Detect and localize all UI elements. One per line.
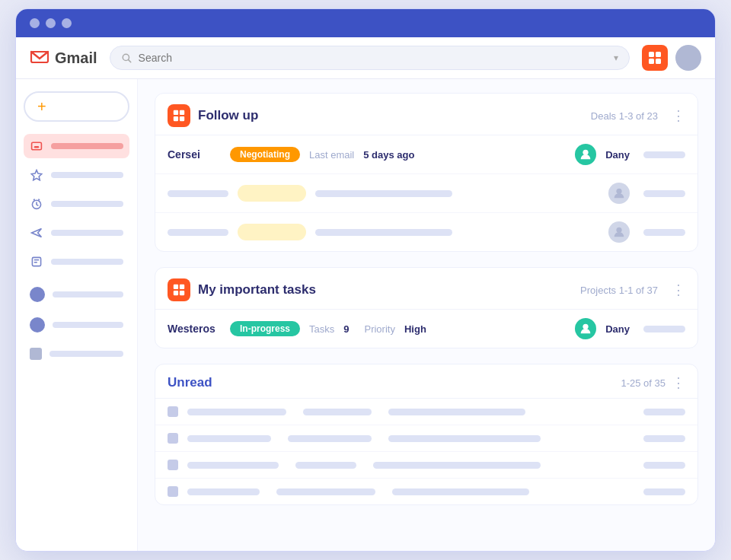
project-name-westeros: Westeros	[168, 323, 221, 335]
grid-small-icon	[172, 109, 186, 123]
grid-view-button[interactable]	[642, 45, 668, 71]
svg-rect-3	[649, 52, 654, 57]
sidebar-item-snoozed-label	[51, 201, 123, 207]
placeholder-name-2	[168, 190, 228, 197]
tasks-meta: Projects 1-1 of 37	[580, 285, 658, 296]
send-icon	[30, 226, 43, 240]
svg-line-12	[38, 199, 40, 201]
unread-sender-2	[187, 435, 271, 442]
svg-marker-13	[32, 228, 42, 237]
svg-rect-20	[180, 116, 184, 121]
star-icon	[30, 168, 43, 182]
sidebar-item-starred-label	[51, 172, 123, 178]
sidebar: +	[16, 79, 138, 551]
tasks-row-westeros[interactable]: Westeros In-progress Tasks 9 Priority Hi…	[155, 310, 697, 348]
placeholder-name-3	[168, 229, 228, 236]
svg-point-22	[616, 189, 621, 194]
sidebar-item-drafts[interactable]	[24, 250, 129, 274]
unread-row-2[interactable]	[155, 425, 697, 452]
placeholder-name-bar-3	[643, 229, 685, 236]
followup-title: Follow up	[198, 108, 583, 123]
sidebar-item-dot2[interactable]	[24, 312, 129, 338]
svg-rect-5	[649, 59, 654, 64]
unread-row-3[interactable]	[155, 452, 697, 479]
tasks-header: My important tasks Projects 1-1 of 37 ⋮	[155, 268, 697, 310]
followup-row-2	[155, 174, 697, 213]
grid-icon	[647, 50, 662, 65]
svg-rect-26	[174, 291, 178, 295]
svg-rect-6	[656, 59, 661, 64]
unread-preview-3	[373, 462, 541, 469]
placeholder-meta-2	[315, 190, 452, 197]
sidebar-item-dot2-label	[53, 322, 123, 328]
unread-subject-2	[288, 435, 372, 442]
sidebar-item-snoozed[interactable]	[24, 192, 129, 216]
tasks-section-icon	[168, 278, 190, 301]
svg-point-21	[583, 150, 589, 155]
svg-line-2	[128, 59, 130, 62]
unread-date-4	[643, 488, 685, 495]
tasks-more-button[interactable]: ⋮	[672, 283, 685, 297]
unread-row-1[interactable]	[155, 399, 697, 425]
titlebar-dot-2	[46, 18, 56, 28]
priority-value: High	[404, 323, 426, 335]
unread-header: Unread 1-25 of 35 ⋮	[155, 364, 697, 399]
titlebar	[16, 9, 715, 37]
sidebar-item-dot1-label	[53, 291, 123, 298]
placeholder-badge-3	[238, 224, 306, 240]
tasks-title: My important tasks	[198, 282, 573, 298]
deal-name-cersei: Cersei	[168, 148, 221, 161]
svg-rect-17	[174, 110, 178, 115]
draft-icon	[30, 255, 43, 269]
placeholder-name-bar-2	[643, 190, 685, 197]
unread-subject-4	[276, 488, 375, 495]
user-avatar-button[interactable]	[675, 45, 701, 71]
app-window: Gmail ▾ +	[15, 8, 716, 552]
clock-icon	[30, 197, 43, 211]
followup-row-cersei[interactable]: Cersei Negotiating Last email 5 days ago…	[155, 135, 697, 174]
unread-more-button[interactable]: ⋮	[672, 376, 685, 390]
user-avatar-dany-1	[575, 144, 596, 165]
compose-button[interactable]: +	[24, 91, 129, 122]
unread-row-4[interactable]	[155, 479, 697, 504]
placeholder-avatar-2	[608, 183, 630, 204]
compose-plus-icon: +	[37, 99, 46, 114]
unread-sender-4	[187, 488, 260, 495]
svg-rect-25	[180, 285, 184, 289]
sidebar-item-square[interactable]	[24, 342, 129, 365]
placeholder-avatar-3	[608, 221, 630, 243]
deal-meta-value-cersei: 5 days ago	[363, 149, 414, 161]
sidebar-item-starred[interactable]	[24, 163, 129, 187]
chevron-down-icon: ▾	[614, 52, 618, 63]
unread-checkbox-1	[168, 406, 178, 417]
unread-sender-1	[187, 409, 286, 415]
unread-date-3	[643, 462, 685, 469]
app-name-label: Gmail	[55, 49, 97, 67]
placeholder-bar-tasks	[643, 326, 685, 332]
unread-checkbox-2	[168, 433, 178, 444]
badge-in-progress: In-progress	[230, 321, 300, 336]
unread-subject-1	[303, 409, 372, 415]
unread-date-1	[643, 409, 685, 415]
svg-rect-24	[174, 285, 178, 289]
titlebar-dot-1	[30, 18, 40, 28]
main-layout: +	[16, 79, 715, 551]
svg-line-11	[34, 199, 35, 201]
search-bar[interactable]: ▾	[110, 46, 630, 70]
sidebar-item-dot1[interactable]	[24, 282, 129, 307]
followup-section-icon	[168, 104, 190, 127]
titlebar-dot-3	[62, 18, 72, 28]
sidebar-item-inbox[interactable]	[24, 134, 129, 158]
search-input[interactable]	[139, 52, 608, 64]
unread-checkbox-4	[168, 486, 178, 497]
content-area: Follow up Deals 1-3 of 23 ⋮ Cersei Negot…	[138, 79, 715, 551]
inbox-icon	[30, 139, 43, 153]
svg-rect-19	[174, 116, 178, 121]
header-actions	[642, 45, 701, 71]
headerbar: Gmail ▾	[16, 37, 715, 79]
followup-more-button[interactable]: ⋮	[672, 109, 685, 123]
sidebar-item-drafts-label	[51, 259, 123, 265]
svg-point-23	[616, 228, 621, 233]
sidebar-item-sent[interactable]	[24, 221, 129, 245]
user-avatar-dany-2	[575, 318, 596, 339]
